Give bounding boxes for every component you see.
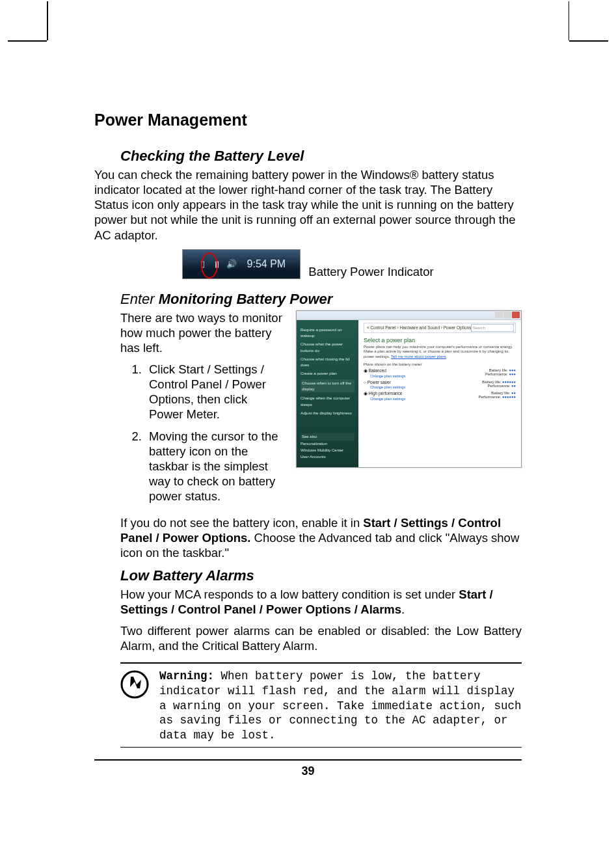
main-heading: Select a power plan	[364, 337, 516, 344]
change-settings-link[interactable]: Change plan settings	[370, 385, 405, 389]
tray-indicator-row: ▯ ▮ 🔊 9:54 PM Battery Power Indicator	[94, 249, 522, 279]
p1-post: .	[401, 602, 405, 616]
crop-mark	[8, 40, 47, 42]
p1-pre: How your MCA responds to a low battery c…	[120, 588, 459, 601]
plan-row-balanced: ◉ Balanced Change plan settings Battery …	[364, 368, 516, 378]
section1-para: You can check the remaining battery powe…	[94, 167, 522, 243]
volume-icon: 🔊	[226, 259, 237, 269]
sidebar-link[interactable]: Adjust the display brightness	[301, 410, 355, 416]
warning-row: Warning: When battery power is low, the …	[120, 669, 522, 743]
performance-label: Performance:	[479, 395, 502, 399]
sidebar-link[interactable]: Require a password on wakeup	[301, 327, 355, 339]
sidebar-link[interactable]: Choose what closing the lid does	[301, 356, 355, 368]
page-heading: Power Management	[94, 111, 522, 129]
search-box[interactable]: Search	[471, 324, 514, 332]
radio-icon[interactable]: ◉	[364, 368, 369, 373]
section-title-alarms: Low Battery Alarms	[120, 567, 522, 584]
window-titlebar	[297, 311, 521, 320]
screenshot-sidebar: Require a password on wakeup Choose what…	[297, 311, 358, 467]
system-tray-screenshot: ▯ ▮ 🔊 9:54 PM	[182, 249, 301, 279]
breadcrumb-bar: « Control Panel › Hardware and Sound › P…	[364, 323, 516, 333]
plan-name: Power saver	[368, 380, 391, 385]
warning-body: When battery power is low, the battery i…	[159, 669, 522, 742]
plan-row-saver: ○ Power saver Change plan settings Batte…	[364, 380, 516, 389]
crop-mark	[569, 1, 570, 40]
sidebar-link[interactable]: Create a power plan	[301, 370, 355, 376]
step-2: Moving the cursor to the battery icon on…	[145, 429, 283, 504]
warning-icon	[120, 670, 149, 699]
monitoring-steps: Click Start / Settings / Control Panel /…	[132, 362, 283, 504]
search-placeholder: Search	[473, 326, 485, 330]
section2-title: Monitoring Battery Power	[159, 291, 333, 307]
plan-name: High performance	[369, 391, 403, 396]
maximize-button[interactable]	[503, 312, 511, 318]
warning-label: Warning:	[159, 669, 214, 682]
close-button[interactable]	[512, 312, 520, 318]
note-pre: If you do not see the battery icon, enab…	[120, 516, 363, 530]
tray-caption: Battery Power Indicator	[308, 265, 433, 279]
svg-point-0	[122, 671, 148, 697]
breadcrumb-text[interactable]: « Control Panel › Hardware and Sound › P…	[367, 325, 471, 330]
see-also-link[interactable]: User Accounts	[301, 454, 355, 460]
page-number: 39	[94, 764, 522, 778]
divider-bottom	[120, 747, 522, 748]
sidebar-link[interactable]: Choose what the power buttons do	[301, 341, 355, 353]
enable-icon-note: If you do not see the battery icon, enab…	[120, 515, 522, 560]
main-desc: Power plans can help you maximize your c…	[364, 345, 516, 360]
sidebar-link[interactable]: Change when the computer sleeps	[301, 395, 355, 407]
see-also: See also Personalization Windows Mobilit…	[301, 433, 355, 461]
minimize-button[interactable]	[495, 312, 503, 318]
plans-label: Plans shown on the battery meter	[364, 362, 516, 366]
power-options-screenshot: Require a password on wakeup Choose what…	[296, 310, 522, 468]
divider-top	[120, 662, 522, 664]
performance-dots: ●●●●●●	[502, 395, 516, 399]
footer-divider	[94, 759, 522, 761]
screenshot-main: « Control Panel › Hardware and Sound › P…	[358, 311, 521, 467]
radio-icon[interactable]: ◉	[364, 391, 369, 396]
monitoring-row: There are two ways to monitor how much p…	[120, 310, 522, 511]
plan-name: Balanced	[369, 368, 386, 373]
page: Power Management Checking the Battery Le…	[0, 0, 616, 851]
performance-dots: ●●	[511, 384, 516, 388]
alarms-p1: How your MCA responds to a low battery c…	[120, 587, 522, 617]
step-1: Click Start / Settings / Control Panel /…	[145, 362, 283, 422]
section2-prefix: Enter	[120, 291, 159, 307]
warning-text: Warning: When battery power is low, the …	[159, 669, 522, 743]
monitoring-text-col: There are two ways to monitor how much p…	[120, 310, 283, 511]
section-title-monitoring: Enter Monitoring Battery Power	[120, 291, 522, 308]
change-settings-link[interactable]: Change plan settings	[370, 397, 405, 401]
tray-clock: 9:54 PM	[247, 258, 286, 270]
monitoring-intro: There are two ways to monitor how much p…	[120, 310, 283, 355]
see-also-title: See also	[301, 433, 355, 440]
performance-label: Performance:	[488, 384, 511, 388]
alarms-p2: Two different power alarms can be enable…	[120, 623, 522, 653]
performance-label: Performance:	[485, 372, 508, 376]
crop-mark	[47, 1, 48, 40]
see-also-link[interactable]: Windows Mobility Center	[301, 448, 355, 453]
red-circle-highlight	[201, 252, 218, 278]
sidebar-link[interactable]: Choose when to turn off the display	[301, 379, 355, 393]
section-title-checking: Checking the Battery Level	[120, 148, 522, 165]
tell-more-link[interactable]: Tell me more about power plans	[391, 355, 446, 358]
performance-dots: ●●●	[509, 372, 516, 376]
see-also-link[interactable]: Personalization	[301, 441, 355, 447]
crop-mark	[569, 40, 608, 42]
change-settings-link[interactable]: Change plan settings	[370, 374, 405, 378]
plan-row-high: ◉ High performance Change plan settings …	[364, 391, 516, 401]
